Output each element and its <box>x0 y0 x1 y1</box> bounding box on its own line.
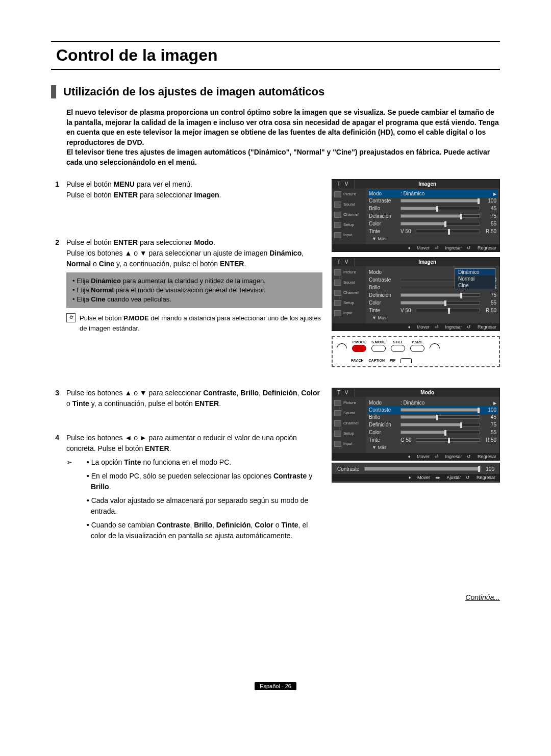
text: • Elija <box>72 295 91 303</box>
section-title: Utilización de los ajustes de imagen aut… <box>51 85 500 98</box>
dropdown-option: Dinámico <box>455 269 495 275</box>
text-bold: Tinte <box>72 399 89 408</box>
osd-screenshot-2: T V Imagen Picture Sound Channel Setup I… <box>332 257 500 331</box>
step-number: 3 <box>51 388 59 409</box>
input-icon <box>334 310 341 316</box>
remote-label: P.MODE <box>353 340 366 344</box>
osd-footer: ♦ Mover⏎ Ingresar↺ Regresar <box>332 323 499 331</box>
sidebar-item-label: Channel <box>343 421 359 425</box>
remote-label: P.SIZE <box>412 340 422 344</box>
osd-header-title: Imagen <box>355 258 499 266</box>
text-bold: Cine <box>91 295 105 303</box>
remote-blank-button <box>400 358 412 363</box>
step-number: 1 <box>51 179 59 200</box>
note-item: • Cuando se cambian Contraste, Brillo, D… <box>87 520 321 541</box>
remote-label: S.MODE <box>371 340 386 344</box>
picture-icon <box>334 269 341 275</box>
osd-row-tinte: TinteV 50R 50 <box>369 307 496 314</box>
step-number: 2 <box>51 237 59 334</box>
sound-icon <box>334 201 341 208</box>
remote-hint-icon: 🖑 <box>66 313 76 322</box>
page-footer: Español - 26 <box>51 683 500 689</box>
sidebar-item-label: Sound <box>343 411 355 415</box>
text-bold: Modo <box>194 238 213 246</box>
text: Pulse el botón <box>66 191 114 199</box>
adjust-label: Contraste <box>337 466 359 472</box>
text-bold: ENTER <box>114 191 138 199</box>
picture-icon <box>334 400 341 406</box>
step-number: 4 <box>51 433 59 544</box>
osd-screenshot-3: T V Modo Picture Sound Channel Setup Inp… <box>332 388 500 461</box>
pmode-button <box>352 345 366 352</box>
osd-sidebar: Picture Sound Channel Setup Input <box>332 188 366 244</box>
psize-button <box>410 345 424 352</box>
sidebar-item-label: Picture <box>343 270 356 274</box>
text: o <box>91 260 99 268</box>
note-item: • Cada valor ajustado se almacenará por … <box>87 495 321 517</box>
text-bold: Definición <box>263 389 297 397</box>
text-bold: Color <box>301 389 320 397</box>
text-bold: Dinámico <box>91 277 121 285</box>
text: para aumentar la claridad y nitidez de l… <box>121 277 266 285</box>
osd-adjust-bar: Contraste 100 ♦ Mover◂▸ Ajustar↺ Regresa… <box>332 463 500 483</box>
text: para ver el menú. <box>135 180 192 188</box>
osd-tv-label: T V <box>332 258 355 266</box>
sidebar-item-label: Setup <box>343 222 354 227</box>
step-2: 2 Pulse el botón ENTER para seleccionar … <box>51 237 322 334</box>
osd-footer: ♦ Mover◂▸ Ajustar↺ Regresar <box>332 474 499 481</box>
osd-footer: ♦ Mover⏎ Ingresar↺ Regresar <box>332 453 499 460</box>
step-4: 4 Pulse los botones ◄ o ► para aumentar … <box>51 433 322 544</box>
page-title: Control de la imagen <box>51 41 500 70</box>
text: y, a continuación, pulse el botón <box>89 399 195 408</box>
text: . <box>169 444 171 452</box>
remote-label: STILL <box>393 340 403 344</box>
sidebar-item-label: Sound <box>343 202 355 207</box>
osd-row-brillo: Brillo45 <box>369 413 496 421</box>
text-bold: Dinámico <box>269 249 302 257</box>
osd-sidebar: Picture Sound Channel Setup Input <box>332 397 366 453</box>
text-bold: Cine <box>99 260 114 268</box>
text: . <box>213 238 215 246</box>
osd-more: ▼ Más <box>369 314 496 321</box>
osd-header-title: Modo <box>355 388 499 397</box>
osd-row-modo: Modo: Dinámico <box>368 190 497 197</box>
text-bold: Normal <box>91 286 114 294</box>
osd-tv-label: T V <box>332 180 355 188</box>
text-bold: Normal <box>66 260 91 268</box>
text: para el modo de visualización general de… <box>114 286 266 294</box>
input-icon <box>334 232 341 238</box>
osd-row-modo: Modo: Dinámico <box>369 399 496 407</box>
sidebar-item-label: Input <box>343 233 353 237</box>
remote-illustration: P.MODE S.MODE STILL P.SIZE FAV.CH CAPTIO… <box>332 336 500 367</box>
dropdown-option: Normal <box>455 275 495 282</box>
input-icon <box>334 441 341 447</box>
remote-top-edge <box>430 343 440 348</box>
hint-box: • Elija Dinámico para aumentar la clarid… <box>66 272 322 309</box>
remote-label: FAV.CH <box>351 359 364 362</box>
osd-screenshot-1: T V Imagen Picture Sound Channel Setup I… <box>332 179 500 252</box>
sidebar-item-label: Channel <box>343 290 359 295</box>
picture-icon <box>334 191 341 197</box>
text: Pulse el botón <box>66 238 114 246</box>
osd-row-contraste: Contraste100 <box>368 406 497 414</box>
text-bold: Contraste <box>203 389 236 397</box>
osd-row-color: Color55 <box>369 220 496 228</box>
sound-icon <box>334 280 341 286</box>
text: para seleccionar <box>138 238 194 246</box>
setup-icon <box>334 300 341 306</box>
intro-paragraph: El nuevo televisor de plasma proporciona… <box>66 108 500 168</box>
step-3: 3 Pulse los botones ▲ o ▼ para seleccion… <box>51 388 322 409</box>
osd-row-definicion: Definición75 <box>369 212 496 220</box>
sidebar-item-label: Sound <box>343 280 355 285</box>
sidebar-item-label: Input <box>343 311 353 315</box>
pmode-note: 🖑 Pulse el botón P.MODE del mando a dist… <box>66 313 322 333</box>
osd-sidebar: Picture Sound Channel Setup Input <box>332 266 366 323</box>
osd-row-contraste: Contraste100 <box>369 197 496 205</box>
channel-icon <box>334 290 341 296</box>
sidebar-item-label: Input <box>343 441 353 446</box>
sound-icon <box>334 410 341 416</box>
sidebar-item-label: Setup <box>343 300 354 305</box>
note-item: • En el modo PC, sólo se pueden seleccio… <box>87 471 321 492</box>
text: Pulse los botones ◄ o ► para aumentar o … <box>66 434 297 452</box>
text: . <box>219 399 221 408</box>
